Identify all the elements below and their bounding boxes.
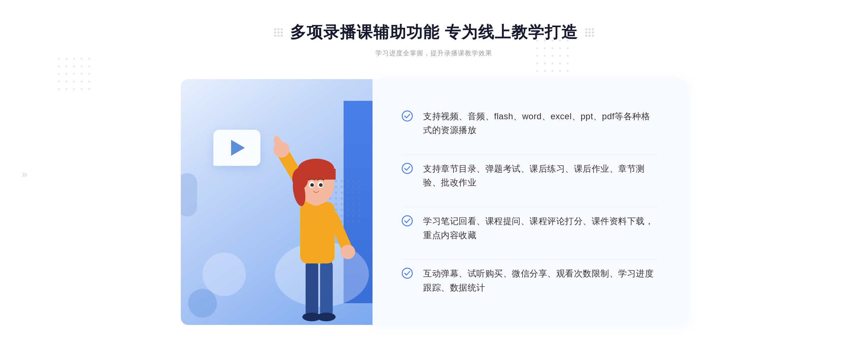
feature-panel: 支持视频、音频、flash、word、excel、ppt、pdf等各种格式的资源… bbox=[373, 79, 687, 325]
feature-item-2: 支持章节目录、弹题考试、课后练习、课后作业、章节测验、批改作业 bbox=[401, 154, 658, 197]
svg-point-23 bbox=[402, 163, 412, 173]
illustration-area bbox=[181, 79, 373, 325]
feature-item-4: 互动弹幕、试听购买、微信分享、观看次数限制、学习进度跟踪、数据统计 bbox=[401, 259, 658, 302]
circle-deco-large bbox=[203, 253, 246, 296]
play-icon bbox=[231, 140, 245, 156]
main-title: 多项录播课辅助功能 专为线上教学打造 bbox=[290, 22, 578, 43]
check-icon-3 bbox=[401, 215, 413, 227]
svg-point-25 bbox=[402, 268, 412, 278]
bg-dots-left bbox=[58, 58, 93, 93]
title-dots-right bbox=[585, 28, 594, 37]
svg-text:»: » bbox=[22, 168, 27, 180]
check-icon-2 bbox=[401, 163, 413, 174]
character-illustration bbox=[250, 115, 373, 325]
title-dots-left bbox=[274, 28, 283, 37]
circle-deco-small bbox=[188, 289, 217, 318]
feature-text-2: 支持章节目录、弹题考试、课后练习、课后作业、章节测验、批改作业 bbox=[423, 162, 658, 190]
svg-rect-16 bbox=[299, 169, 336, 180]
bg-dots-right bbox=[536, 40, 571, 75]
svg-point-22 bbox=[402, 111, 412, 121]
svg-point-24 bbox=[402, 216, 412, 226]
svg-point-5 bbox=[317, 313, 336, 321]
svg-rect-3 bbox=[320, 260, 333, 318]
page-wrapper: » 多项录播课辅助功能 专为线上教学打造 学习进度全掌握，提升录播课教学效果 bbox=[0, 0, 868, 352]
svg-point-21 bbox=[319, 183, 323, 187]
svg-point-20 bbox=[310, 183, 314, 187]
feature-text-3: 学习笔记回看、课程提问、课程评论打分、课件资料下载，重点内容收藏 bbox=[423, 214, 658, 242]
feature-text-4: 互动弹幕、试听购买、微信分享、观看次数限制、学习进度跟踪、数据统计 bbox=[423, 267, 658, 295]
left-bar-deco bbox=[181, 173, 197, 216]
feature-item-1: 支持视频、音频、flash、word、excel、ppt、pdf等各种格式的资源… bbox=[401, 102, 658, 145]
content-area: 支持视频、音频、flash、word、excel、ppt、pdf等各种格式的资源… bbox=[181, 79, 687, 325]
svg-rect-2 bbox=[306, 260, 318, 318]
feature-item-3: 学习笔记回看、课程提问、课程评论打分、课件资料下载，重点内容收藏 bbox=[401, 207, 658, 249]
arrow-left-decoration: » bbox=[22, 167, 36, 185]
check-icon-1 bbox=[401, 110, 413, 122]
svg-point-11 bbox=[341, 245, 355, 259]
feature-text-1: 支持视频、音频、flash、word、excel、ppt、pdf等各种格式的资源… bbox=[423, 110, 658, 137]
check-icon-4 bbox=[401, 267, 413, 279]
